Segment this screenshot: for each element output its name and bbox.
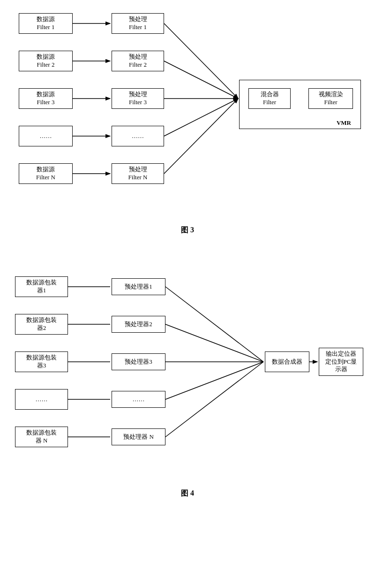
preproc-l2: Filter N [128,174,148,182]
source-l1: 数据源 [37,53,55,61]
preproc-l2: Filter 2 [129,61,147,69]
source-l1: 数据源 [37,91,55,99]
svg-line-5 [164,23,238,99]
svg-line-16 [165,287,263,362]
combiner-box: 数据合成器 [265,351,309,372]
mixer-l1: 混合器 [261,91,279,99]
preproc4-l1: 预处理器 N [123,433,154,441]
figure-3-caption: 图 3 [9,225,366,235]
source-l1: 数据源 [37,15,55,23]
preproc-l1: 预处理 [129,91,147,99]
svg-line-8 [164,99,238,136]
source-l2: Filter 3 [37,99,55,107]
preproc4-box-2: 预处理器2 [112,316,165,333]
wrapper-l1: 数据源包装 [26,429,57,437]
wrapper-box-n: 数据源包装 器 N [15,427,68,447]
source-l1: …… [40,132,52,140]
preproc-l2: Filter 3 [129,99,147,107]
preproc4-l1: 预处理器1 [125,283,152,291]
wrapper-box-ellipsis: …… [15,389,68,410]
mixer-box: 混合器 Filter [248,88,291,109]
wrapper-l1: 数据源包装 [26,279,57,287]
mixer-l2: Filter [263,99,276,107]
svg-line-9 [164,99,238,174]
source-l2: Filter 2 [37,61,55,69]
output-l3: 示器 [335,366,347,374]
wrapper-l1: 数据源包装 [26,316,57,324]
preproc4-box-3: 预处理器3 [112,353,165,370]
output-l2: 定位到PC显 [325,358,357,366]
preproc-l1: 预处理 [129,15,147,23]
source-l1: 数据源 [37,166,55,174]
preproc4-l1: 预处理器3 [125,358,152,366]
preproc-box-1: 预处理 Filter 1 [112,13,164,34]
preproc-l2: Filter 1 [129,23,147,31]
preproc-box-ellipsis: …… [112,126,164,146]
preproc4-box-1: 预处理器1 [112,278,165,295]
preproc-l1: 预处理 [129,166,147,174]
output-l1: 输出定位器 [326,350,356,358]
render-l1: 视频渲染 [319,91,343,99]
preproc4-box-n: 预处理器 N [112,428,165,445]
vmr-label: VMR [337,119,351,127]
wrapper-box-2: 数据源包装 器2 [15,314,68,335]
combiner-label: 数据合成器 [272,358,302,366]
svg-line-17 [165,324,263,362]
preproc-box-n: 预处理 Filter N [112,163,164,184]
output-box: 输出定位器 定位到PC显 示器 [319,348,363,376]
source-box-3: 数据源 Filter 3 [19,88,73,109]
source-box-n: 数据源 Filter N [19,163,73,184]
source-l2: Filter 1 [37,23,55,31]
figure-4: 数据源包装 器1 数据源包装 器2 数据源包装 器3 …… 数据源包装 器 N … [9,273,366,470]
wrapper-l2: 器1 [37,287,46,295]
svg-line-19 [165,362,263,399]
wrapper-box-3: 数据源包装 器3 [15,351,68,372]
source-l2: Filter N [36,174,55,182]
preproc4-l1: …… [133,396,145,404]
wrapper-l2: 器 N [36,437,48,445]
preproc-l1: 预处理 [129,53,147,61]
wrapper-l2: 器2 [37,324,46,332]
render-box: 视频渲染 Filter [308,88,353,109]
source-box-2: 数据源 Filter 2 [19,51,73,71]
svg-line-6 [164,61,238,99]
preproc4-box-ellipsis: …… [112,391,165,408]
source-box-ellipsis: …… [19,126,73,146]
wrapper-box-1: 数据源包装 器1 [15,276,68,297]
svg-line-20 [165,362,263,437]
preproc-box-2: 预处理 Filter 2 [112,51,164,71]
wrapper-l1: 数据源包装 [26,354,57,362]
preproc-box-3: 预处理 Filter 3 [112,88,164,109]
preproc-l1: …… [132,132,144,140]
figure-4-caption: 图 4 [9,489,366,498]
source-box-1: 数据源 Filter 1 [19,13,73,34]
wrapper-l1: …… [36,396,48,404]
figure-3: 数据源 Filter 1 数据源 Filter 2 数据源 Filter 3 …… [9,9,366,206]
preproc4-l1: 预处理器2 [125,321,152,328]
render-l2: Filter [324,99,337,107]
wrapper-l2: 器3 [37,362,46,370]
